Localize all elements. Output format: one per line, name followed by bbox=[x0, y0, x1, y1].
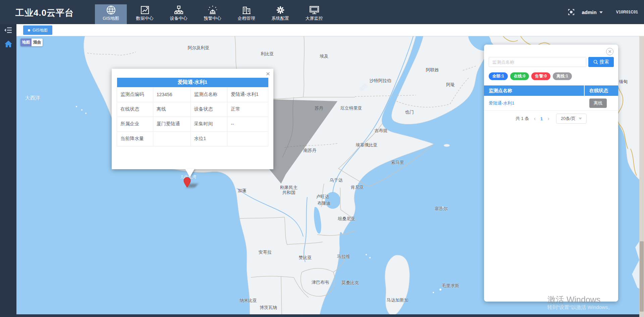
next-page-button[interactable]: › bbox=[547, 116, 549, 121]
status-button[interactable]: 离线 bbox=[589, 99, 607, 108]
page-size-value: 20条/页 bbox=[561, 116, 576, 122]
popup-arrow bbox=[185, 169, 195, 177]
nav-item-GIS地图[interactable]: GIS地图 bbox=[94, 0, 128, 24]
popup-cell-label: 当前降水量 bbox=[117, 131, 153, 146]
nav-item-设备中心[interactable]: 设备中心 bbox=[162, 0, 196, 24]
nav-item-预警中心[interactable]: 预警中心 bbox=[196, 0, 229, 24]
globe-icon bbox=[106, 5, 116, 15]
popup-table-row: 当前降水量水位1 bbox=[117, 131, 268, 146]
nav-item-系统配置[interactable]: 系统配置 bbox=[263, 0, 297, 24]
popup-table-row: 在线状态离线设备状态正常 bbox=[117, 102, 268, 117]
left-sidebar bbox=[0, 24, 16, 317]
map-type-混合[interactable]: 混合 bbox=[32, 39, 43, 46]
nav-item-label: 大屏监控 bbox=[306, 15, 323, 21]
monitor-icon bbox=[309, 5, 319, 15]
search-button[interactable]: 搜索 bbox=[588, 57, 614, 67]
table-row: 爱陆通-水利1离线 bbox=[484, 96, 618, 111]
nav-item-label: 预警中心 bbox=[204, 15, 221, 21]
status-cell: 离线 bbox=[585, 99, 618, 108]
popup-cell-label: 监测点名称 bbox=[191, 87, 227, 102]
monitor-point-popup: × 爱陆通-水利1 监测点编码123456监测点名称爱陆通-水利1在线状态离线设… bbox=[112, 69, 273, 169]
current-page[interactable]: 1 bbox=[540, 116, 543, 121]
topbar-right: admin V10R01C01 bbox=[568, 0, 638, 24]
gear-icon bbox=[276, 5, 285, 15]
page-size-select[interactable]: 20条/页 bbox=[556, 114, 587, 124]
badge-全部:1[interactable]: 全部:1 bbox=[489, 72, 508, 80]
nav-item-label: 企档管理 bbox=[238, 15, 255, 21]
status-badges: 全部:1在线:0告警:0离线:1 bbox=[489, 72, 572, 80]
badge-告警:0[interactable]: 告警:0 bbox=[531, 72, 550, 80]
map-type-control: 地图混合 bbox=[20, 39, 43, 46]
nav-item-label: 设备中心 bbox=[170, 15, 187, 21]
map-type-地图[interactable]: 地图 bbox=[20, 39, 32, 46]
panel-close-icon[interactable]: ✕ bbox=[606, 48, 613, 55]
monitor-point-table: 监测点名称 在线状态 爱陆通-水利1离线 bbox=[484, 85, 618, 111]
chart-icon bbox=[140, 5, 150, 15]
nav-item-大屏监控[interactable]: 大屏监控 bbox=[297, 0, 331, 24]
popup-table-row: 监测点编码123456监测点名称爱陆通-水利1 bbox=[117, 87, 268, 102]
collapse-menu-icon[interactable] bbox=[4, 27, 12, 34]
search-panel: ✕ 搜索 全部:1在线:0告警:0离线:1 监测点名称 在线状态 爱陆通-水利1… bbox=[484, 45, 618, 302]
pagination: 共 1 条 ‹ 1 › 20条/页 bbox=[484, 114, 618, 124]
search-input[interactable] bbox=[489, 57, 586, 67]
main-nav: GIS地图数据中心设备中心预警中心企档管理系统配置大屏监控 bbox=[94, 0, 331, 24]
search-button-label: 搜索 bbox=[600, 59, 609, 65]
bottom-edge-strip bbox=[0, 314, 644, 317]
popup-cell-label: 设备状态 bbox=[191, 102, 227, 117]
popup-cell-value bbox=[153, 131, 191, 146]
tab-bar: GIS地图 bbox=[16, 24, 644, 36]
app-title: 工业4.0云平台 bbox=[15, 0, 74, 24]
version-label: V10R01C01 bbox=[616, 10, 638, 14]
prev-page-button[interactable]: ‹ bbox=[534, 116, 536, 121]
nav-item-label: GIS地图 bbox=[103, 15, 119, 21]
pagination-total: 共 1 条 bbox=[516, 116, 529, 122]
popup-cell-label: 监测点编码 bbox=[117, 87, 153, 102]
badge-在线:0[interactable]: 在线:0 bbox=[510, 72, 529, 80]
column-header-name: 监测点名称 bbox=[484, 85, 585, 96]
scrollbar-thumb[interactable] bbox=[640, 241, 644, 312]
popup-cell-value: -- bbox=[227, 117, 268, 131]
nav-item-label: 系统配置 bbox=[272, 15, 289, 21]
popup-title: 爱陆通-水利1 bbox=[117, 78, 268, 87]
popup-close-icon[interactable]: × bbox=[266, 70, 270, 77]
popup-table-row: 所属企业厦门爱陆通采集时间-- bbox=[117, 117, 268, 131]
devices-icon bbox=[174, 5, 183, 15]
popup-cell-value bbox=[227, 131, 268, 146]
popup-cell-value: 123456 bbox=[153, 87, 191, 102]
nav-item-企档管理[interactable]: 企档管理 bbox=[229, 0, 263, 24]
nav-item-label: 数据中心 bbox=[136, 15, 154, 21]
building-icon bbox=[242, 5, 251, 15]
popup-detail-table: 爱陆通-水利1 监测点编码123456监测点名称爱陆通-水利1在线状态离线设备状… bbox=[117, 78, 268, 146]
alarm-icon bbox=[208, 5, 217, 15]
nav-item-数据中心[interactable]: 数据中心 bbox=[128, 0, 162, 24]
popup-cell-value: 厦门爱陆通 bbox=[153, 117, 191, 131]
tab-label: GIS地图 bbox=[33, 27, 48, 33]
badge-离线:1[interactable]: 离线:1 bbox=[553, 72, 572, 80]
popup-cell-value: 正常 bbox=[227, 102, 268, 117]
popup-cell-label: 采集时间 bbox=[191, 117, 227, 131]
popup-cell-value: 爱陆通-水利1 bbox=[227, 87, 268, 102]
column-header-status: 在线状态 bbox=[585, 85, 618, 96]
home-icon[interactable] bbox=[4, 40, 12, 48]
tab-gis-map[interactable]: GIS地图 bbox=[23, 25, 52, 35]
monitor-point-link[interactable]: 爱陆通-水利1 bbox=[484, 100, 585, 106]
popup-cell-label: 水位1 bbox=[191, 131, 227, 146]
user-menu[interactable]: admin bbox=[582, 9, 596, 15]
chevron-down-icon[interactable] bbox=[599, 11, 603, 13]
top-nav-bar: 工业4.0云平台 GIS地图数据中心设备中心预警中心企档管理系统配置大屏监控 a… bbox=[0, 0, 644, 24]
popup-cell-label: 在线状态 bbox=[117, 102, 153, 117]
active-tab-dot-icon bbox=[28, 29, 30, 31]
popup-cell-label: 所属企业 bbox=[117, 117, 153, 131]
search-icon bbox=[593, 60, 598, 64]
chevron-down-icon bbox=[579, 118, 582, 120]
map-marker-pin-icon[interactable] bbox=[183, 177, 191, 188]
popup-cell-value: 离线 bbox=[153, 102, 191, 117]
fullscreen-icon[interactable] bbox=[568, 9, 574, 15]
vertical-scrollbar[interactable] bbox=[639, 36, 644, 317]
